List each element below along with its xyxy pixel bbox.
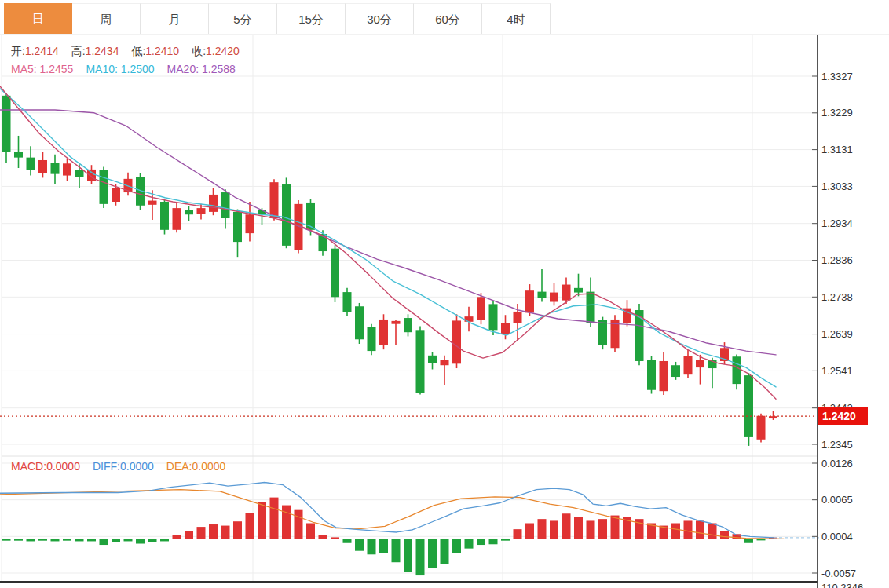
macd-bar (185, 531, 193, 539)
ma10-value: 1.2500 (121, 63, 155, 75)
ma5-line (0, 86, 776, 399)
ohlc-legend: 开:1.2414 高:1.2434 低:1.2410 收:1.2420 (11, 45, 252, 59)
macd-bar (477, 539, 485, 545)
dea-label: DEA: (166, 460, 192, 473)
candle (38, 160, 47, 173)
macd-value: 0.0000 (46, 460, 80, 473)
ma20-value: 1.2588 (202, 63, 236, 75)
macd-bar (51, 539, 60, 541)
macd-bar (744, 539, 753, 542)
macd-axis-label: -0.0057 (821, 568, 856, 579)
tab-15min[interactable]: 15分 (277, 3, 346, 34)
price-axis-label: 1.3327 (821, 71, 853, 82)
candle (550, 293, 558, 302)
macd-bar (343, 539, 352, 542)
macd-bar (452, 539, 461, 553)
candle (392, 321, 401, 324)
macd-bar (696, 520, 704, 539)
macd-axis-label: 0.0004 (821, 531, 853, 542)
candle (173, 208, 181, 230)
candle (428, 356, 437, 363)
tab-month[interactable]: 月 (141, 3, 209, 34)
tab-day[interactable]: 日 (4, 3, 72, 34)
tab-4hour[interactable]: 4时 (482, 3, 551, 34)
macd-bar (574, 517, 583, 539)
macd-bar (562, 513, 571, 539)
candle (514, 312, 522, 323)
macd-bar (295, 510, 303, 539)
macd-bar (87, 539, 96, 541)
candle (282, 184, 291, 246)
macd-bar (379, 539, 388, 553)
candle (185, 210, 193, 214)
high-value: 1.2434 (86, 45, 119, 57)
price-axis-label: 1.2836 (821, 254, 853, 266)
low-value: 1.2410 (145, 45, 179, 57)
macd-bar (124, 539, 133, 541)
candle (63, 163, 71, 175)
tab-30min[interactable]: 30分 (346, 3, 414, 34)
macd-bar (428, 539, 437, 568)
macd-bar (525, 524, 534, 539)
macd-bar (306, 524, 315, 539)
candle (660, 361, 668, 391)
candle (221, 192, 230, 218)
candle (246, 214, 254, 233)
candle (416, 330, 425, 393)
macd-bar (75, 539, 84, 541)
candle (270, 182, 279, 218)
price-axis-label: 1.2639 (821, 328, 853, 340)
diff-label: DIFF: (93, 460, 120, 473)
current-price-label: 1.2420 (822, 410, 856, 422)
tab-60min[interactable]: 60分 (414, 3, 482, 34)
macd-bar (112, 539, 120, 542)
price-axis-label: 1.3229 (821, 107, 853, 119)
macd-bar (392, 539, 401, 562)
macd-bar (319, 535, 327, 539)
candle (100, 170, 108, 204)
macd-bar (282, 506, 291, 539)
candle (525, 290, 534, 312)
diff-value: 0.0000 (120, 460, 154, 473)
candle (233, 212, 242, 242)
macd-bar (404, 539, 412, 572)
macd-bar (757, 539, 766, 540)
macd-bar (148, 539, 157, 542)
macd-bar (368, 539, 376, 554)
price-axis-label: 1.3131 (821, 144, 853, 155)
macd-bar (465, 539, 474, 548)
candle (379, 320, 388, 345)
macd-bar (587, 520, 595, 539)
tab-week[interactable]: 周 (72, 3, 141, 34)
macd-bar (38, 539, 47, 540)
candle (647, 360, 656, 390)
high-label: 高: (71, 45, 86, 57)
candle (757, 416, 766, 440)
ma10-label: MA10: (86, 63, 117, 75)
price-axis-label: 1.2934 (821, 217, 853, 229)
candle (733, 356, 741, 384)
macd-bar (27, 539, 35, 541)
tab-5min[interactable]: 5分 (209, 3, 277, 34)
chart-canvas[interactable]: 1.33271.32291.31311.30331.29341.28361.27… (0, 0, 889, 588)
price-axis-label: 1.2738 (821, 291, 853, 303)
macd-bar (416, 539, 425, 575)
macd-bar (720, 531, 729, 539)
candle (404, 318, 412, 332)
macd-bar (270, 498, 279, 539)
candle (598, 320, 607, 345)
macd-bar (501, 539, 510, 540)
candle (744, 375, 753, 437)
candle (355, 306, 364, 339)
candle (501, 323, 510, 334)
candle (452, 320, 461, 363)
candle (160, 202, 169, 230)
ma20-line (0, 110, 776, 355)
macd-bar (598, 519, 607, 539)
macd-label: MACD: (11, 460, 46, 473)
macd-bar (246, 513, 254, 539)
candle (671, 365, 680, 377)
close-label: 收: (192, 45, 206, 57)
candle (112, 188, 120, 202)
macd-bar (684, 520, 693, 539)
